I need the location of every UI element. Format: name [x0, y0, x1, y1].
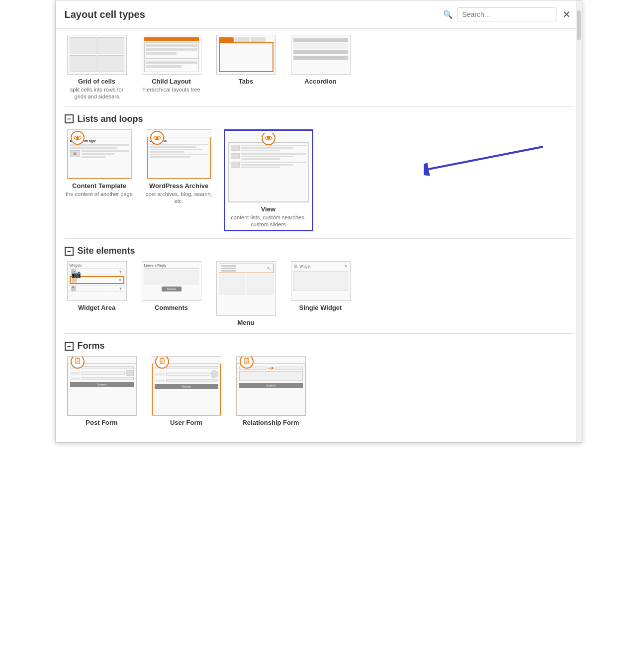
modal-title: Layout cell types — [65, 9, 145, 20]
cell-sublabel-grid-of-cells: split cells into rows for grids and side… — [65, 86, 129, 100]
cell-label-tabs: Tabs — [239, 78, 253, 85]
forms-header: − Forms — [65, 334, 573, 356]
cell-label-grid-of-cells: Grid of cells — [78, 78, 115, 85]
cell-item-tabs[interactable]: Tabs — [214, 35, 278, 86]
cell-label-single-widget: Single Widget — [299, 304, 342, 311]
search-icon: 🔍 — [443, 10, 453, 19]
site-elements-title: Site elements — [78, 246, 135, 256]
svg-rect-6 — [76, 358, 79, 359]
post-form-icon — [71, 356, 85, 369]
collapse-forms-icon[interactable]: − — [65, 342, 74, 351]
cell-label-widget-area: Widget Area — [78, 304, 115, 311]
svg-point-0 — [76, 136, 79, 139]
svg-rect-16 — [245, 358, 248, 359]
lists-and-loops-title: Lists and loops — [78, 114, 143, 124]
cell-label-user-form: User Form — [170, 419, 202, 426]
header-right: 🔍 ✕ — [443, 7, 573, 21]
cell-item-content-template[interactable]: My custom type ▣ — [65, 129, 134, 232]
cell-item-view[interactable]: View content lists, custom searches, cus… — [224, 129, 313, 232]
cell-thumb-accordion — [291, 35, 351, 75]
forms-title: Forms — [78, 341, 105, 351]
cell-item-single-widget[interactable]: ⚙ Widget ▼ Single Widget — [288, 261, 353, 326]
cell-thumb-widget-area: Widgets 📷 ▼ ▼ 📍 ▼ — [67, 261, 127, 301]
layout-cell-types-modal: Layout cell types 🔍 ✕ Grid of cells — [55, 0, 582, 443]
cell-label-wordpress-archive: WordPress Archive — [149, 182, 208, 190]
cell-item-grid-of-cells[interactable]: Grid of cells split cells into rows for … — [65, 35, 129, 100]
scrollbar-thumb — [577, 10, 581, 40]
cell-label-post-form: Post Form — [86, 419, 117, 426]
cell-thumb-post-form: Submit — [67, 356, 137, 416]
cell-label-relationship-form: Relationship Form — [242, 419, 299, 426]
cell-thumb-child-layout — [142, 35, 201, 75]
cell-item-wordpress-archive[interactable]: CPT archive WordPress Archive post archi… — [144, 129, 214, 232]
cell-thumb-view — [228, 133, 309, 202]
forms-row: Submit Post Form — [65, 356, 573, 433]
collapse-lists-icon[interactable]: − — [65, 114, 74, 123]
cell-label-child-layout: Child Layout — [152, 78, 191, 85]
cell-sublabel-view: content lists, custom searches, custom s… — [227, 214, 310, 228]
site-elements-header: − Site elements — [65, 239, 573, 261]
cell-label-comments: Comments — [155, 304, 188, 311]
search-input[interactable] — [457, 7, 556, 21]
modal-body: Grid of cells split cells into rows for … — [56, 29, 582, 442]
cell-thumb-menu: ↖ — [216, 261, 276, 316]
cell-sublabel-child-layout: hierarchical layouts tree — [142, 86, 200, 93]
user-form-icon — [155, 356, 169, 369]
cell-label-accordion: Accordion — [304, 78, 336, 85]
svg-point-1 — [156, 136, 159, 139]
svg-rect-10 — [160, 358, 164, 364]
cell-item-accordion[interactable]: Accordion — [288, 35, 353, 86]
cell-label-content-template: Content Template — [72, 182, 126, 190]
cell-thumb-user-form: Signup — [152, 356, 221, 416]
cell-thumb-tabs — [216, 35, 276, 75]
cell-sublabel-content-template: the content of another page — [66, 191, 133, 197]
cell-item-post-form[interactable]: Submit Post Form — [65, 356, 139, 426]
svg-rect-5 — [76, 358, 80, 364]
cell-label-menu: Menu — [238, 319, 255, 326]
cell-item-relationship-form[interactable]: Submit Relationship Form — [234, 356, 308, 426]
cell-thumb-content-template: My custom type ▣ — [67, 129, 132, 179]
site-elements-row: Widgets 📷 ▼ ▼ 📍 ▼ — [65, 261, 573, 334]
collapse-site-elements-icon[interactable]: − — [65, 247, 74, 256]
cell-item-comments[interactable]: Leave a Reply Submit Comments — [139, 261, 204, 326]
svg-rect-11 — [161, 358, 163, 359]
svg-rect-15 — [245, 358, 249, 364]
top-layouts-section: Grid of cells split cells into rows for … — [65, 29, 573, 107]
wordpress-archive-icon — [150, 131, 164, 145]
lists-and-loops-row: My custom type ▣ — [65, 129, 573, 239]
cell-item-menu[interactable]: ↖ Menu — [214, 261, 278, 326]
lists-and-loops-header: − Lists and loops — [65, 107, 573, 129]
cell-item-child-layout[interactable]: Child Layout hierarchical layouts tree — [139, 35, 204, 93]
cell-thumb-comments: Leave a Reply Submit — [142, 261, 201, 301]
cell-thumb-wordpress-archive: CPT archive — [147, 129, 211, 179]
cell-item-widget-area[interactable]: Widgets 📷 ▼ ▼ 📍 ▼ — [65, 261, 129, 326]
cell-thumb-grid-of-cells — [67, 35, 127, 75]
cell-thumb-relationship-form: Submit — [236, 356, 306, 416]
close-button[interactable]: ✕ — [560, 8, 573, 20]
modal-header: Layout cell types 🔍 ✕ — [56, 0, 582, 29]
svg-point-2 — [267, 137, 270, 140]
scrollbar[interactable] — [576, 0, 582, 442]
svg-line-4 — [429, 147, 543, 169]
content-template-icon — [71, 131, 85, 145]
cell-label-view: View — [261, 205, 275, 213]
cell-item-user-form[interactable]: Signup User Form — [149, 356, 224, 426]
cell-sublabel-wordpress-archive: post archives, blog, search, etc. — [144, 191, 214, 205]
relationship-form-icon — [240, 356, 254, 369]
cell-thumb-single-widget: ⚙ Widget ▼ — [291, 261, 351, 301]
arrow-indicator — [424, 144, 543, 186]
